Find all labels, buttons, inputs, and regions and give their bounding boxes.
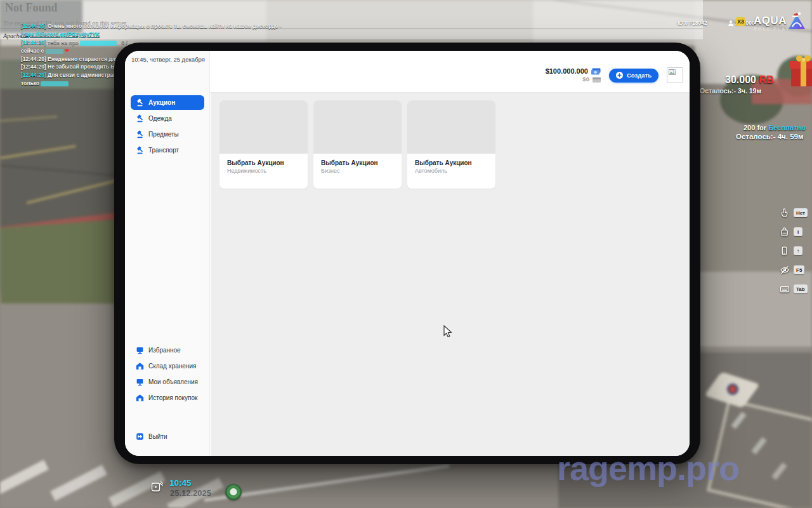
- hud-date: 25.12.2025: [170, 488, 211, 498]
- promo-price: 30.000 RB: [725, 74, 774, 86]
- monitor-icon: [136, 378, 144, 386]
- sidebar-item-storage[interactable]: Склад хранения: [131, 359, 207, 373]
- tablet-datetime: 10:45, четверг, 25 декабря: [131, 56, 205, 63]
- gavel-icon: [136, 130, 144, 138]
- pointer-icon: [779, 208, 790, 218]
- chat-line: сейчас с ❤: [21, 48, 69, 54]
- tablet-header: $100.000.000 $0 Создать: [210, 51, 690, 93]
- voice-indicator-icon: [225, 484, 242, 500]
- eye-off-icon: [779, 265, 790, 276]
- keybind-row: ↑: [779, 246, 808, 256]
- keybind-row: Нет: [779, 208, 808, 218]
- gift-icon: [788, 53, 812, 90]
- chat-line: [12:44:20] Очень много полезной информац…: [21, 23, 281, 29]
- promo-offer-time-left: Осталось:- 4ч. 59м: [736, 133, 803, 140]
- chat-text: [12:44:20] Ежедневно стараются для: [21, 56, 119, 62]
- card-subtitle: Недвижимость: [219, 168, 308, 174]
- sidebar-item-label: Предметы: [148, 131, 179, 138]
- card-subtitle: Автомобиль: [407, 168, 495, 174]
- exit-label: Выйти: [148, 433, 167, 440]
- auction-card-vehicle[interactable]: Выбрать Аукцион Автомобиль: [407, 100, 495, 189]
- balance-block: $100.000.000 $0: [546, 67, 601, 83]
- gavel-icon: [136, 98, 144, 107]
- backpack-icon: [779, 227, 790, 237]
- gps-icon: [151, 481, 164, 495]
- promo-offer: 200 for Бесплатно: [743, 124, 806, 131]
- chat-unreadable-fragment: 0 /: [119, 39, 128, 46]
- keybind-key: ↑: [794, 246, 802, 255]
- create-button[interactable]: Создать: [609, 69, 658, 83]
- chat-line: [12:44:20] Не забывай проходить Бо: [21, 64, 118, 70]
- chat-timestamp: [12:44:20]: [21, 72, 46, 78]
- monitor-icon: [136, 346, 144, 354]
- phone-icon: [779, 246, 790, 257]
- server-brand: AQUA ROLE PLAY: [754, 15, 790, 31]
- tablet-device: 10:45, четверг, 25 декабря Аукцион Одежд…: [114, 43, 700, 464]
- promo-time-left: Осталось:- 3ч. 19м: [700, 87, 761, 95]
- heart-icon: ❤: [65, 48, 70, 54]
- card-image-placeholder: [313, 100, 402, 154]
- card-image-placeholder: [407, 100, 495, 154]
- tablet-main-content: Выбрать Аукцион Недвижимость Выбрать Аук…: [211, 93, 690, 456]
- mouse-cursor: [443, 325, 453, 341]
- person-icon: [728, 20, 733, 26]
- chat-line: [12:44:20] Ежедневно стараются для: [21, 56, 119, 62]
- sidebar-menu: Аукцион Одежда Предметы Транспорт: [131, 95, 204, 159]
- hud-time: 10:45: [169, 478, 192, 488]
- auction-card-realty[interactable]: Выбрать Аукцион Недвижимость: [219, 100, 308, 189]
- card-title: Выбрать Аукцион: [313, 154, 402, 168]
- card-title: Выбрать Аукцион: [219, 154, 308, 168]
- sidebar-item-transport[interactable]: Транспорт: [131, 143, 204, 157]
- chat-line: [12:44:20] Для связи с администраци: [21, 72, 120, 78]
- chat-discord-link[interactable]: https://discord.gg/PGzy4ty7YK: [21, 31, 100, 37]
- chat-text: [12:44:20] Не забывай проходить Бо: [21, 64, 118, 70]
- sidebar-item-items[interactable]: Предметы: [131, 127, 204, 142]
- multiplier-badge: X3: [736, 17, 745, 26]
- keybind-row: Tab: [779, 284, 808, 294]
- watermark: ragemp.pro: [557, 448, 739, 488]
- chat-line: только: [21, 80, 69, 86]
- chat-line: https://discord.gg/PGzy4ty7YK: [21, 31, 100, 37]
- chat-timestamp: [12:44:20]: [21, 23, 46, 29]
- chat-text: сейчас с: [21, 48, 44, 54]
- sidebar-item-label: Аукцион: [148, 99, 175, 106]
- chat-text: Для связи с администраци: [48, 72, 120, 78]
- apache-error-page: [0, 0, 703, 39]
- sidebar-item-favorites[interactable]: Избранное: [131, 343, 207, 358]
- sidebar-item-label: История покупок: [148, 394, 197, 401]
- promo-amount: 30.000: [725, 74, 756, 85]
- card-title: Выбрать Аукцион: [407, 154, 495, 168]
- plus-circle-icon: [616, 72, 623, 79]
- sidebar-item-clothes[interactable]: Одежда: [131, 111, 204, 126]
- card-icon: [593, 77, 601, 83]
- cash-balance: $100.000.000: [546, 67, 588, 76]
- brand-subtitle: ROLE PLAY: [754, 27, 790, 31]
- chat-text: Очень много полезной информации о проект…: [48, 23, 281, 29]
- sidebar-secondary-menu: Избранное Склад хранения Мои объявления …: [131, 343, 207, 406]
- sidebar-item-label: Склад хранения: [148, 363, 196, 370]
- auction-card-business[interactable]: Выбрать Аукцион Бизнес: [313, 100, 402, 189]
- sidebar-item-label: Мои объявления: [148, 378, 198, 385]
- chat-text: тебя на про: [48, 39, 79, 46]
- cash-icon: [591, 68, 601, 75]
- server-logo-icon: [787, 11, 807, 34]
- sidebar-item-label: Избранное: [148, 347, 181, 354]
- chat-unreadable-fragment: [46, 49, 63, 54]
- sidebar-item-purchase-history[interactable]: История покупок: [131, 391, 207, 405]
- sidebar-item-my-ads[interactable]: Мои объявления: [131, 375, 207, 389]
- keybind-key: Tab: [794, 284, 808, 293]
- currency-label: RB: [759, 74, 773, 85]
- broken-image-placeholder: [667, 67, 683, 83]
- chat-unreadable-fragment: [80, 41, 117, 46]
- sidebar-item-label: Одежда: [148, 115, 172, 122]
- sidebar-exit: Выйти: [131, 429, 204, 445]
- exit-button[interactable]: Выйти: [131, 429, 204, 444]
- keyboard-icon: [779, 284, 790, 295]
- warehouse-icon: [136, 362, 144, 370]
- gavel-icon: [136, 114, 144, 123]
- warehouse-icon: [136, 394, 144, 402]
- player-id: ID:0 #18042: [678, 20, 707, 26]
- sidebar-item-auction[interactable]: Аукцион: [131, 95, 204, 110]
- create-label: Создать: [627, 72, 652, 79]
- keybind-row: I: [779, 227, 808, 237]
